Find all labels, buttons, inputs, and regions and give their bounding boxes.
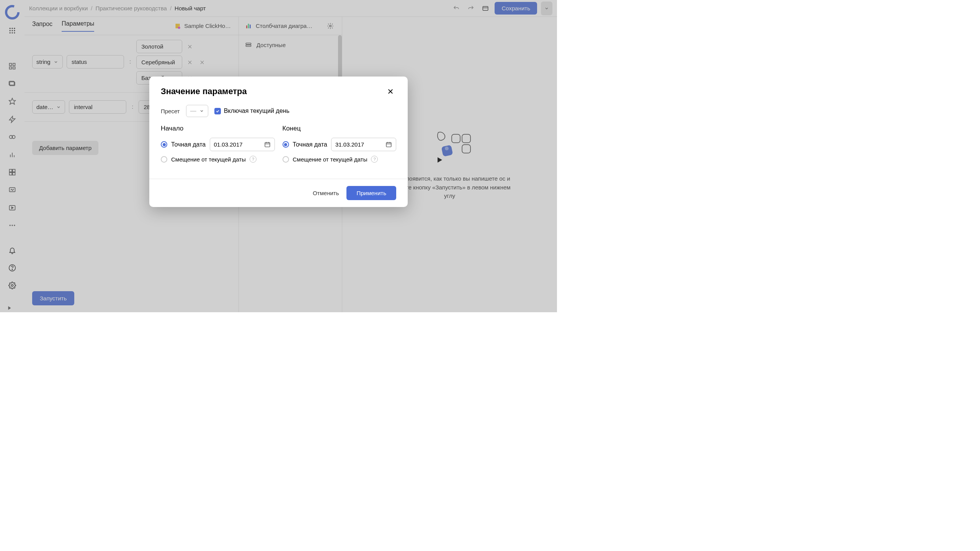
end-date-input[interactable]: 31.03.2017 [331,138,396,151]
end-date-value: 31.03.2017 [335,141,364,148]
modal-close-button[interactable] [385,86,396,97]
end-exact-label: Точная дата [293,141,327,148]
svg-rect-69 [386,143,391,147]
start-offset-radio[interactable] [161,156,167,163]
preset-select[interactable]: — [186,105,208,117]
end-column: Конец Точная дата 31.03.2017 Смещение от… [283,125,397,167]
start-date-input[interactable]: 01.03.2017 [210,138,275,151]
end-offset-label: Смещение от текущей даты [293,156,368,163]
end-offset-radio[interactable] [283,156,289,163]
cancel-button[interactable]: Отменить [313,190,339,196]
calendar-icon [385,141,392,148]
chevron-down-icon [199,109,204,113]
svg-rect-65 [265,143,270,147]
start-exact-label: Точная дата [171,141,206,148]
help-icon[interactable]: ? [250,156,256,163]
start-exact-radio[interactable] [161,141,167,148]
modal-title: Значение параметра [161,86,247,96]
preset-label: Пресет [161,108,180,114]
include-today-checkbox[interactable] [214,108,221,114]
include-today-label: Включая текущий день [224,108,289,114]
help-icon[interactable]: ? [371,156,378,163]
close-icon [387,88,394,95]
start-label: Начало [161,125,275,132]
start-date-value: 01.03.2017 [214,141,243,148]
preset-empty: — [190,108,196,114]
param-value-modal: Значение параметра Пресет — Включая теку… [149,77,408,207]
start-column: Начало Точная дата 01.03.2017 Смещение о… [161,125,275,167]
apply-button[interactable]: Применить [346,186,396,200]
calendar-icon [264,141,271,148]
start-offset-label: Смещение от текущей даты [171,156,246,163]
check-icon [216,109,220,113]
end-label: Конец [283,125,397,132]
end-exact-radio[interactable] [283,141,289,148]
